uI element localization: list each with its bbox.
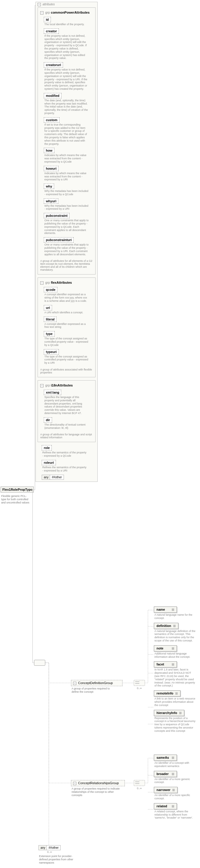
attributes-header: − attributes [38, 3, 96, 3]
attributes-container: − attributes − grp commonPowerAttributes… [35, 2, 98, 3]
attributes-label: attributes [43, 3, 55, 3]
connector-lines [0, 0, 200, 3]
